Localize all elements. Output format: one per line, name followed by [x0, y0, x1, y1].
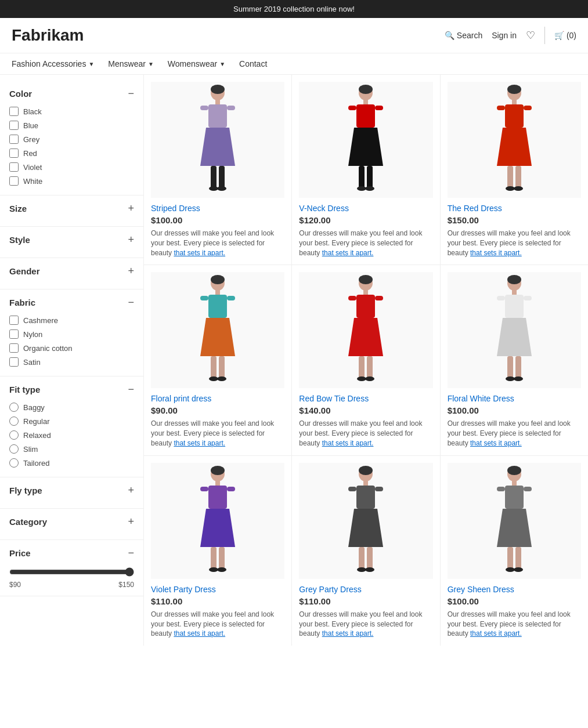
filter-price-header[interactable]: Price − [9, 547, 134, 559]
filter-color-violet-checkbox[interactable] [9, 162, 19, 172]
product-card[interactable]: Striped Dress $100.00 Our dresses will m… [144, 75, 291, 265]
product-card[interactable]: The Red Dress $150.00 Our dresses will m… [441, 75, 588, 265]
product-name[interactable]: V-Neck Dress [299, 204, 432, 213]
product-grid: Striped Dress $100.00 Our dresses will m… [144, 75, 588, 646]
cart-button[interactable]: 🛒 (0) [554, 31, 576, 40]
filter-fabric-cashmere[interactable]: Cashmere [9, 313, 134, 327]
nav-womenswear-label: Womenswear [168, 59, 217, 68]
product-desc-link[interactable]: that sets it apart. [470, 629, 522, 638]
product-desc-link[interactable]: that sets it apart. [322, 629, 374, 638]
nav-item-menswear[interactable]: Menswear ▼ [108, 59, 154, 68]
wishlist-icon[interactable]: ♡ [526, 29, 535, 42]
chevron-down-icon: ▼ [148, 61, 154, 67]
product-desc-link[interactable]: that sets it apart. [322, 439, 374, 447]
filter-fabric-header[interactable]: Fabric − [9, 296, 134, 309]
product-desc-link[interactable]: that sets it apart. [470, 439, 522, 447]
filter-color-blue[interactable]: Blue [9, 118, 134, 132]
filter-fit-tailored[interactable]: Tailored [9, 456, 134, 470]
filter-fit-relaxed-radio[interactable] [9, 430, 19, 440]
filter-fly-type-toggle: + [128, 484, 134, 497]
product-name[interactable]: The Red Dress [448, 204, 581, 213]
filter-fabric-satin[interactable]: Satin [9, 355, 134, 369]
header: Fabrikam 🔍 Search Sign in ♡ 🛒 (0) [0, 18, 588, 53]
svg-rect-46 [363, 290, 368, 295]
filter-fabric-organic-cotton[interactable]: Organic cotton [9, 341, 134, 355]
svg-point-86 [357, 567, 366, 572]
filter-size-header[interactable]: Size + [9, 202, 134, 215]
filter-color-white[interactable]: White [9, 174, 134, 188]
filter-color-red-checkbox[interactable] [9, 149, 19, 158]
nav-item-fashion-accessories[interactable]: Fashion Accessories ▼ [12, 59, 94, 68]
product-name[interactable]: Striped Dress [151, 204, 284, 213]
filter-fit-tailored-radio[interactable] [9, 458, 19, 468]
sidebar: Color − Black Blue Grey Red [0, 75, 144, 646]
product-name[interactable]: Violet Party Dress [151, 585, 284, 594]
product-desc-link[interactable]: that sets it apart. [174, 249, 225, 257]
price-range-slider[interactable] [9, 567, 134, 577]
svg-point-31 [506, 186, 515, 191]
filter-color-violet[interactable]: Violet [9, 160, 134, 174]
filter-fit-tailored-label: Tailored [23, 459, 50, 468]
product-desc-link[interactable]: that sets it apart. [174, 629, 225, 638]
filter-fabric-nylon-checkbox[interactable] [9, 329, 19, 339]
svg-rect-57 [512, 290, 517, 295]
product-image [151, 82, 284, 198]
filter-color-grey-checkbox[interactable] [9, 135, 19, 144]
product-name[interactable]: Red Bow Tie Dress [299, 394, 432, 403]
product-name[interactable]: Floral White Dress [448, 394, 581, 403]
filter-style-header[interactable]: Style + [9, 234, 134, 246]
svg-rect-93 [524, 487, 532, 491]
svg-rect-70 [200, 487, 208, 491]
filter-color-white-checkbox[interactable] [9, 176, 19, 186]
filter-fly-type-header[interactable]: Fly type + [9, 484, 134, 497]
filter-color-header[interactable]: Color − [9, 88, 134, 100]
filter-fit-slim-radio[interactable] [9, 444, 19, 454]
filter-color-black-checkbox[interactable] [9, 107, 19, 116]
product-card[interactable]: Red Bow Tie Dress $140.00 Our dresses wi… [292, 265, 439, 455]
nav-item-womenswear[interactable]: Womenswear ▼ [168, 59, 225, 68]
product-desc: Our dresses will make you feel and look … [448, 229, 581, 258]
search-button[interactable]: 🔍 Search [445, 31, 482, 40]
filter-fabric-organic-cotton-checkbox[interactable] [9, 343, 19, 353]
product-desc-link[interactable]: that sets it apart. [470, 249, 522, 257]
filter-fabric-items: Cashmere Nylon Organic cotton Satin [9, 313, 134, 369]
product-desc-link[interactable]: that sets it apart. [322, 249, 374, 257]
filter-fit-regular-radio[interactable] [9, 416, 19, 426]
filter-color-black[interactable]: Black [9, 104, 134, 118]
product-card[interactable]: Floral print dress $90.00 Our dresses wi… [144, 265, 291, 455]
filter-fabric-nylon[interactable]: Nylon [9, 327, 134, 341]
svg-rect-84 [359, 547, 365, 569]
nav-item-contact[interactable]: Contact [239, 59, 267, 68]
product-card[interactable]: Grey Party Dress $110.00 Our dresses wil… [292, 456, 439, 646]
filter-fabric-satin-checkbox[interactable] [9, 357, 19, 367]
product-card[interactable]: Grey Sheen Dress $100.00 Our dresses wil… [441, 456, 588, 646]
svg-marker-6 [200, 128, 235, 166]
filter-fit-relaxed[interactable]: Relaxed [9, 428, 134, 442]
filter-gender-header[interactable]: Gender + [9, 265, 134, 277]
signin-link[interactable]: Sign in [492, 31, 517, 40]
product-card[interactable]: V-Neck Dress $120.00 Our dresses will ma… [292, 75, 439, 265]
filter-fit-baggy[interactable]: Baggy [9, 400, 134, 414]
product-name[interactable]: Floral print dress [151, 394, 284, 403]
product-card[interactable]: Floral White Dress $100.00 Our dresses w… [441, 265, 588, 455]
filter-fit-regular[interactable]: Regular [9, 414, 134, 428]
filter-section-fabric: Fabric − Cashmere Nylon Organic cotton [0, 289, 143, 376]
filter-fit-slim[interactable]: Slim [9, 442, 134, 456]
logo[interactable]: Fabrikam [12, 26, 445, 45]
product-name[interactable]: Grey Sheen Dress [448, 585, 581, 594]
filter-color-red[interactable]: Red [9, 146, 134, 160]
filter-fit-baggy-radio[interactable] [9, 403, 19, 412]
svg-rect-59 [497, 296, 505, 300]
svg-point-34 [211, 275, 225, 284]
filter-category-toggle: + [128, 516, 134, 528]
product-card[interactable]: Violet Party Dress $110.00 Our dresses w… [144, 456, 291, 646]
filter-size-label: Size [9, 204, 27, 213]
product-name[interactable]: Grey Party Dress [299, 585, 432, 594]
filter-color-blue-checkbox[interactable] [9, 121, 19, 130]
filter-fabric-cashmere-checkbox[interactable] [9, 316, 19, 325]
product-desc-link[interactable]: that sets it apart. [174, 439, 225, 447]
filter-color-grey[interactable]: Grey [9, 132, 134, 146]
filter-fit-type-header[interactable]: Fit type − [9, 383, 134, 396]
filter-category-header[interactable]: Category + [9, 516, 134, 528]
search-icon: 🔍 [445, 31, 454, 40]
